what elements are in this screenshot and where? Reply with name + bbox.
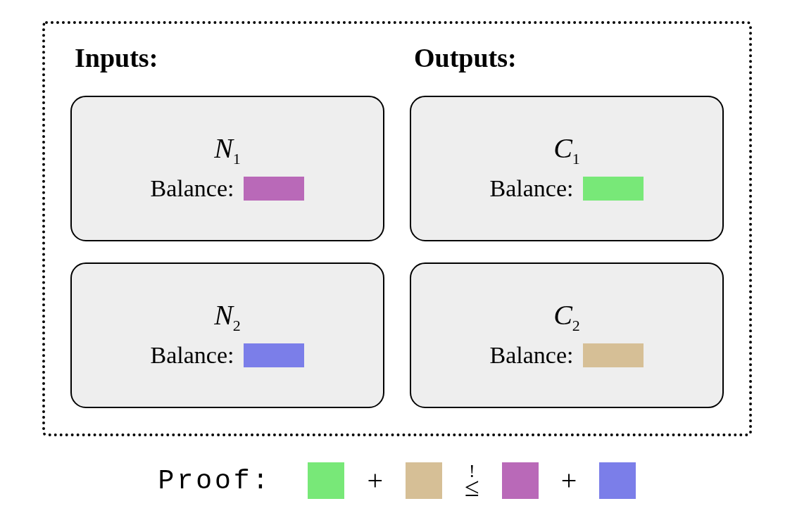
note-id-subscript: 2 <box>572 317 580 334</box>
balance-label: Balance: <box>151 342 234 369</box>
proof-row: Proof: + ! ≤ + <box>42 456 752 505</box>
note-id-letter: C <box>553 132 572 164</box>
input-note-1: N1 Balance: <box>70 96 384 241</box>
output-note-2: C2 Balance: <box>410 262 724 408</box>
columns: Inputs: N1 Balance: N2 Balance: <box>45 24 749 433</box>
balance-row: Balance: <box>490 342 644 369</box>
balance-swatch <box>244 177 304 201</box>
note-id-subscript: 2 <box>233 317 241 334</box>
note-id: N2 <box>214 301 241 334</box>
balance-row: Balance: <box>151 342 305 369</box>
balance-row: Balance: <box>151 175 305 202</box>
input-note-2: N2 Balance: <box>70 262 384 408</box>
note-id-letter: N <box>214 132 233 164</box>
diagram-root: Inputs: N1 Balance: N2 Balance: <box>0 0 797 532</box>
balance-label: Balance: <box>151 175 234 202</box>
balance-swatch <box>583 177 644 201</box>
note-id: C1 <box>553 134 580 167</box>
inputs-column: Inputs: N1 Balance: N2 Balance: <box>70 44 384 408</box>
proof-swatch-3 <box>502 462 539 499</box>
balance-label: Balance: <box>490 175 574 202</box>
plus-icon: + <box>367 467 383 495</box>
note-id-letter: N <box>214 299 233 331</box>
note-id-subscript: 1 <box>233 150 241 167</box>
note-id-letter: C <box>553 299 572 331</box>
plus-icon: + <box>561 467 577 495</box>
proof-swatch-4 <box>599 462 636 499</box>
output-note-1: C1 Balance: <box>410 96 724 241</box>
transaction-box: Inputs: N1 Balance: N2 Balance: <box>42 21 752 436</box>
note-id-subscript: 1 <box>572 150 580 167</box>
balance-label: Balance: <box>490 342 574 369</box>
leq-icon: ≤ <box>465 478 479 497</box>
outputs-header: Outputs: <box>410 44 724 73</box>
note-id: C2 <box>553 301 580 334</box>
note-id: N1 <box>214 134 241 167</box>
proof-swatch-1 <box>308 462 344 499</box>
proof-swatch-2 <box>406 462 442 499</box>
must-leq-icon: ! ≤ <box>465 465 479 497</box>
balance-swatch <box>583 343 644 367</box>
balance-swatch <box>244 343 304 367</box>
balance-row: Balance: <box>490 175 644 202</box>
outputs-column: Outputs: C1 Balance: C2 Balance: <box>410 44 724 408</box>
inputs-header: Inputs: <box>70 44 384 73</box>
proof-label: Proof: <box>158 466 272 496</box>
